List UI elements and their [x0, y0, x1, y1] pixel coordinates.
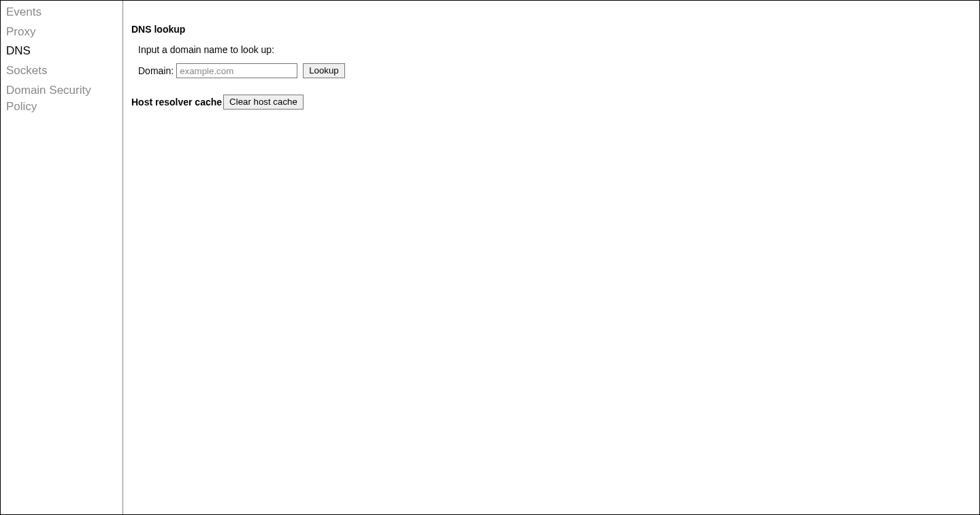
dns-lookup-block: Input a domain name to look up: Domain: …	[138, 44, 971, 78]
sidebar: Events Proxy DNS Sockets Domain Security…	[1, 1, 123, 514]
main-content: DNS lookup Input a domain name to look u…	[123, 1, 979, 514]
dns-lookup-instruction: Input a domain name to look up:	[138, 44, 971, 55]
sidebar-item-events[interactable]: Events	[3, 3, 120, 22]
dns-lookup-form-row: Domain: Lookup	[138, 63, 971, 78]
lookup-button[interactable]: Lookup	[303, 63, 345, 78]
sidebar-item-proxy[interactable]: Proxy	[3, 22, 120, 42]
sidebar-item-sockets[interactable]: Sockets	[3, 61, 120, 81]
sidebar-item-domain-security-policy[interactable]: Domain Security Policy	[3, 81, 120, 117]
domain-label: Domain:	[138, 65, 174, 76]
host-resolver-cache-row: Host resolver cache Clear host cache	[131, 95, 971, 110]
host-resolver-cache-heading: Host resolver cache	[131, 97, 222, 107]
clear-host-cache-button[interactable]: Clear host cache	[223, 95, 304, 110]
sidebar-item-dns[interactable]: DNS	[3, 41, 120, 61]
domain-input[interactable]	[176, 63, 297, 78]
dns-lookup-heading: DNS lookup	[131, 24, 971, 35]
